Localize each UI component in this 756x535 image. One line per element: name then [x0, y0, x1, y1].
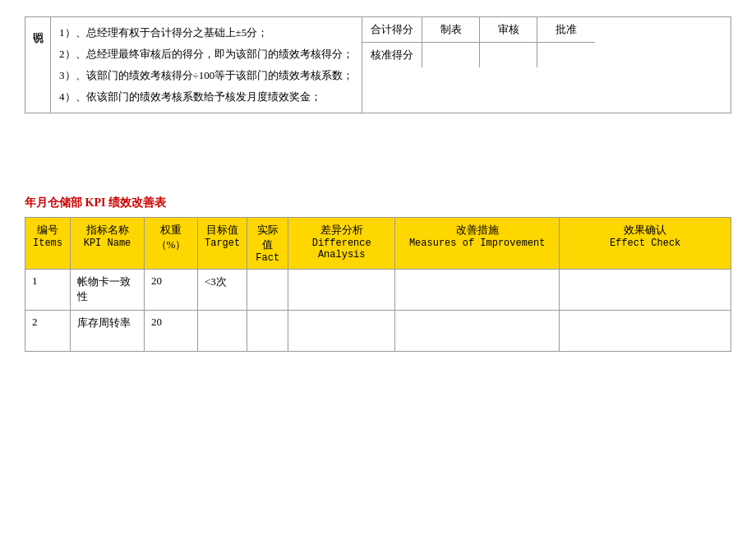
- table-row: 2库存周转率20: [25, 311, 731, 352]
- summary-line-3: 3）、该部门的绩效考核得分÷100等于该部门的绩效考核系数；: [59, 65, 353, 86]
- review-label: 审核: [480, 17, 537, 42]
- cell-kpiname: 帐物卡一致性: [71, 270, 145, 311]
- cell-effect: [560, 270, 731, 311]
- kpi-title: 年月仓储部 KPI 绩效改善表: [25, 196, 731, 210]
- approve-value: [537, 43, 595, 67]
- header-measures: 改善措施 Measures of Improvement: [395, 218, 560, 270]
- cell-diff: [288, 311, 395, 352]
- summary-lines: 1）、总经理有权于合计得分之基础上±5分； 2）、总经理最终审核后的得分，即为该…: [51, 17, 362, 113]
- review-value: [480, 43, 537, 67]
- header-diff: 差异分析 Difference Analysis: [288, 218, 395, 270]
- cell-kpiname: 库存周转率: [71, 311, 145, 352]
- summary-line-2: 2）、总经理最终审核后的得分，即为该部门的绩效考核得分；: [59, 44, 353, 65]
- cell-target: [198, 311, 247, 352]
- summary-grid-bottom: 核准得分: [362, 43, 595, 67]
- cell-measures: [395, 270, 560, 311]
- summary-section: 说明 1）、总经理有权于合计得分之基础上±5分； 2）、总经理最终审核后的得分，…: [25, 16, 731, 113]
- kpi-section: 年月仓储部 KPI 绩效改善表 编号 Items 指标名称 KPI Name 权…: [25, 196, 731, 352]
- summary-grid-top: 合计得分 制表 审核 批准: [362, 17, 595, 43]
- summary-label: 说明: [25, 17, 51, 113]
- table-row: 1帐物卡一致性20<3次: [25, 270, 731, 311]
- summary-line-1: 1）、总经理有权于合计得分之基础上±5分；: [59, 22, 353, 44]
- make-label: 制表: [422, 17, 480, 42]
- cell-weight: 20: [145, 311, 198, 352]
- header-weight: 权重（%）: [145, 218, 198, 270]
- summary-grid: 合计得分 制表 审核 批准 核准得分: [362, 17, 595, 113]
- header-fact: 实际值 Fact: [247, 218, 288, 270]
- cell-fact: [247, 270, 288, 311]
- total-score-label: 合计得分: [362, 17, 422, 42]
- cell-effect: [560, 311, 731, 352]
- cell-target: <3次: [198, 270, 247, 311]
- kpi-header-row: 编号 Items 指标名称 KPI Name 权重（%） 目标值 Target …: [25, 218, 731, 270]
- header-items: 编号 Items: [25, 218, 71, 270]
- kpi-table: 编号 Items 指标名称 KPI Name 权重（%） 目标值 Target …: [25, 217, 731, 352]
- cell-num: 2: [25, 311, 71, 352]
- header-target: 目标值 Target: [198, 218, 247, 270]
- summary-line-4: 4）、依该部门的绩效考核系数给予核发月度绩效奖金；: [59, 86, 353, 108]
- header-kpiname: 指标名称 KPI Name: [71, 218, 145, 270]
- summary-left: 说明 1）、总经理有权于合计得分之基础上±5分； 2）、总经理最终审核后的得分，…: [25, 17, 362, 113]
- make-value: [422, 43, 480, 67]
- spacer: [25, 146, 731, 179]
- cell-weight: 20: [145, 270, 198, 311]
- approve-label: 批准: [537, 17, 595, 42]
- cell-num: 1: [25, 270, 71, 311]
- header-effect: 效果确认 Effect Check: [560, 218, 731, 270]
- cell-fact: [247, 311, 288, 352]
- calibrated-score-label: 核准得分: [362, 43, 422, 67]
- cell-measures: [395, 311, 560, 352]
- cell-diff: [288, 270, 395, 311]
